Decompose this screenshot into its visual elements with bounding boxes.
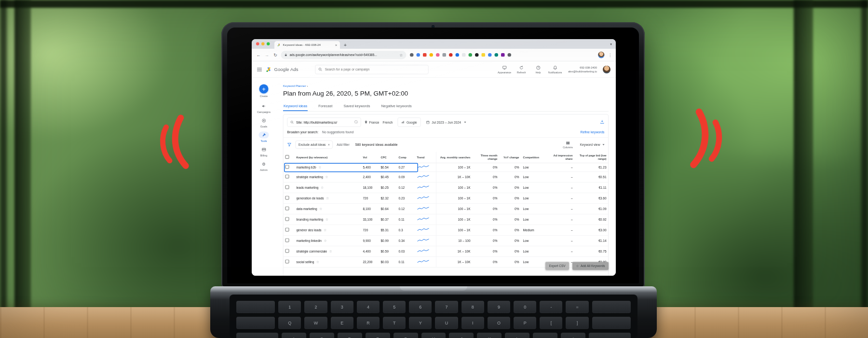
extension-icon[interactable] <box>469 53 473 57</box>
refine-keywords-link[interactable]: Refine keywords <box>581 130 605 134</box>
tab-keyword-ideas[interactable]: Keyword ideas <box>283 101 308 112</box>
header-ad-impression-share[interactable]: Ad impression share <box>548 154 575 161</box>
row-checkbox[interactable] <box>285 239 289 242</box>
extension-icon[interactable] <box>410 53 414 57</box>
help-button[interactable]: ? Help <box>530 65 546 73</box>
table-row[interactable]: marketing linkedin ☆ 9,900 $0.99 0.34 10… <box>284 236 609 246</box>
table-row[interactable]: générer des leads ☆ 720 $5.31 0.3 100 – … <box>284 225 609 236</box>
extension-icon[interactable] <box>501 53 505 57</box>
language-setting[interactable]: French <box>383 120 393 124</box>
table-row[interactable]: data marketing ☆ 8,100 $0.64 0.12 100 – … <box>284 204 609 214</box>
row-checkbox[interactable] <box>285 217 289 221</box>
tab-forecast[interactable]: Forecast <box>318 101 333 112</box>
add-all-keywords-button[interactable]: ☆ Add All Keywords <box>572 262 609 270</box>
row-checkbox[interactable] <box>285 249 289 253</box>
table-row[interactable]: branding marketing ☆ 33,100 $0.37 0.11 1… <box>284 214 609 225</box>
row-checkbox[interactable] <box>285 165 289 169</box>
sidebar-item-billing[interactable]: Billing <box>253 145 274 158</box>
notifications-button[interactable]: Notifications <box>547 65 563 73</box>
exclude-adult-ideas-chip[interactable]: Exclude adult ideas × <box>296 141 333 149</box>
table-row[interactable]: stratégie commerciale ☆ 4,400 $0.59 0.03… <box>284 246 609 257</box>
row-checkbox[interactable] <box>285 207 289 211</box>
extension-icon[interactable] <box>508 53 512 57</box>
header-vol[interactable]: Vol <box>361 155 379 159</box>
account-avatar[interactable] <box>603 66 610 73</box>
tab-saved-keywords[interactable]: Saved keywords <box>343 101 370 112</box>
extension-icon[interactable] <box>417 53 420 57</box>
header-top-of-page-bid[interactable]: Top of page bid (low range) <box>575 154 609 161</box>
save-keyword-star-icon[interactable]: ☆ <box>326 196 329 200</box>
row-checkbox[interactable] <box>285 175 289 179</box>
appearance-button[interactable]: Appearance <box>497 65 512 73</box>
export-csv-button[interactable]: Export CSV <box>545 262 569 270</box>
search-input[interactable] <box>325 68 426 71</box>
sidebar-item-admin[interactable]: ⚙ Admin <box>253 159 274 172</box>
tab-search-chevron-icon[interactable]: ▾ <box>610 42 612 46</box>
sidebar-item-create[interactable]: + Create <box>253 83 274 99</box>
select-all-checkbox[interactable] <box>285 155 289 159</box>
site-search-chip[interactable]: Site: http://buildmarketing.io/ ⓘ <box>287 118 361 127</box>
save-keyword-star-icon[interactable]: ☆ <box>321 185 324 189</box>
save-keyword-star-icon[interactable]: ☆ <box>324 228 326 232</box>
refresh-button[interactable]: Refresh <box>514 65 529 73</box>
save-keyword-star-icon[interactable]: ☆ <box>325 175 328 179</box>
browser-menu-icon[interactable]: ⋮ <box>608 53 612 57</box>
browser-profile-avatar[interactable] <box>598 52 605 58</box>
row-checkbox[interactable] <box>285 228 289 232</box>
hamburger-menu-icon[interactable] <box>257 68 262 71</box>
header-competition[interactable]: Competition <box>521 155 548 159</box>
tab-negative-keywords[interactable]: Negative keywords <box>380 101 412 112</box>
header-trend[interactable]: Trend <box>415 155 436 159</box>
add-filter-button[interactable]: Add filter <box>337 143 350 147</box>
extension-icon[interactable] <box>430 53 434 57</box>
table-row[interactable]: leads marketing ☆ 18,100 $0.25 0.12 100 … <box>284 183 609 193</box>
save-keyword-star-icon[interactable]: ☆ <box>319 207 322 211</box>
save-keyword-star-icon[interactable]: ☆ <box>318 165 321 169</box>
location-setting[interactable]: France <box>365 120 380 124</box>
extension-icon[interactable] <box>495 53 499 57</box>
close-window-icon[interactable] <box>256 42 259 46</box>
remove-filter-icon[interactable]: × <box>328 143 330 147</box>
google-ads-logo[interactable]: Google Ads <box>266 66 298 72</box>
table-row[interactable]: stratégie marketing ☆ 2,400 $0.45 0.09 1… <box>284 172 609 183</box>
table-row[interactable]: generation de leads ☆ 720 $2.32 0.23 100… <box>284 193 609 204</box>
header-comp[interactable]: Comp <box>397 155 415 159</box>
header-avg-monthly-searches[interactable]: Avg. monthly searches <box>436 152 473 163</box>
info-icon[interactable]: ⓘ <box>354 120 358 125</box>
header-keyword[interactable]: Keyword (by relevance) <box>295 155 361 159</box>
back-button[interactable]: ← <box>256 53 261 58</box>
create-plus-icon[interactable]: + <box>259 84 269 94</box>
extension-icon[interactable] <box>456 53 460 57</box>
keyword-view-dropdown[interactable]: Keyword view <box>580 143 605 147</box>
maximize-window-icon[interactable] <box>267 42 270 46</box>
extension-icon[interactable] <box>482 53 486 57</box>
row-checkbox[interactable] <box>285 185 289 189</box>
extension-icon[interactable] <box>436 53 440 57</box>
breadcrumb[interactable]: Keyword Planner› <box>283 84 609 87</box>
browser-tab[interactable]: Keyword ideas - 692-038-24 × <box>274 41 340 49</box>
extension-icon[interactable] <box>475 53 479 57</box>
header-yoy-change[interactable]: YoY change <box>500 155 521 159</box>
close-tab-icon[interactable]: × <box>335 43 337 47</box>
reload-button[interactable]: ↻ <box>272 52 278 57</box>
download-button[interactable] <box>600 119 605 125</box>
row-checkbox[interactable] <box>285 196 289 200</box>
network-setting[interactable]: Google <box>398 118 421 127</box>
new-tab-button[interactable]: + <box>342 42 349 48</box>
save-keyword-star-icon[interactable]: ☆ <box>316 260 319 264</box>
extension-icon[interactable] <box>423 53 427 57</box>
date-range-picker[interactable]: Jul 2023 – Jun 2024 <box>426 120 466 124</box>
sidebar-item-campaigns[interactable]: Campaigns <box>253 101 274 114</box>
extension-icon[interactable] <box>462 53 466 57</box>
sidebar-item-goals[interactable]: Goals <box>253 116 274 129</box>
header-three-month-change[interactable]: Three month change <box>473 154 500 161</box>
save-keyword-star-icon[interactable]: ☆ <box>329 249 332 253</box>
row-checkbox[interactable] <box>285 260 289 264</box>
columns-button[interactable]: Columns <box>563 141 573 149</box>
header-cpc[interactable]: CPC <box>379 155 397 159</box>
sidebar-item-tools[interactable]: Tools <box>253 130 274 143</box>
save-keyword-star-icon[interactable]: ☆ <box>326 217 328 221</box>
bookmark-star-icon[interactable]: ☆ <box>399 53 403 57</box>
table-row[interactable]: marketing b2b ☆ 5,400 $0.54 0.27 100 – 1… <box>284 163 609 172</box>
extension-icon[interactable] <box>488 53 492 57</box>
